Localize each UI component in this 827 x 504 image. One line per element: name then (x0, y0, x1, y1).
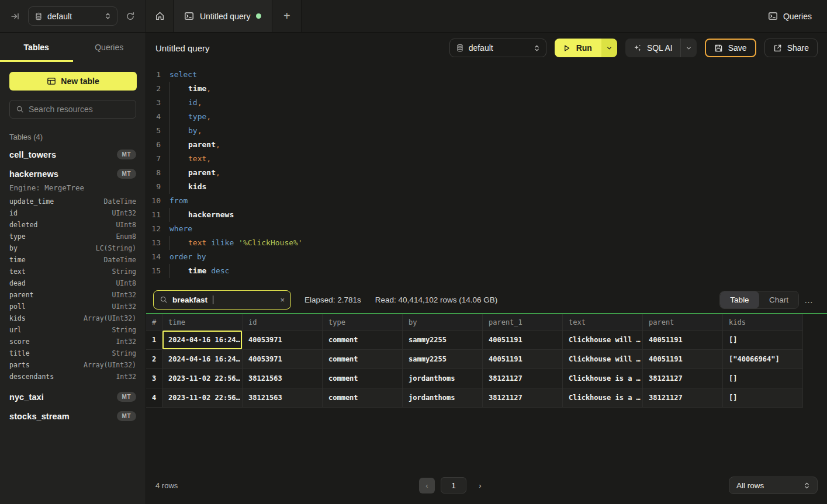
column-row[interactable]: parentUInt32 (9, 289, 136, 301)
column-row[interactable]: titleString (9, 347, 136, 359)
view-toggle-table[interactable]: Table (720, 291, 759, 308)
table-cell[interactable]: sammy2255 (403, 350, 483, 369)
column-header-num[interactable]: # (146, 314, 162, 331)
table-cell[interactable]: comment (323, 331, 403, 350)
code-line[interactable]: 11hackernews (146, 208, 827, 222)
sidebar-table-item-cell_towers[interactable]: cell_towersMT (9, 145, 136, 164)
results-more-button[interactable]: … (800, 295, 818, 305)
sidebar-table-item-stocks_stream[interactable]: stocks_streamMT (9, 406, 136, 426)
table-cell[interactable]: 40051191 (483, 350, 563, 369)
table-cell[interactable]: [] (723, 388, 803, 408)
database-selector-main[interactable]: default (449, 39, 546, 57)
table-cell[interactable]: 38121127 (643, 388, 723, 408)
code-line[interactable]: 14order by (146, 250, 827, 264)
table-cell[interactable]: 40051191 (483, 331, 563, 350)
prev-page-button[interactable]: ‹ (419, 478, 435, 493)
queries-top-button[interactable]: Queries (768, 0, 812, 32)
code-line[interactable]: 12where (146, 222, 827, 236)
database-selector-sidebar[interactable]: default (28, 6, 117, 26)
column-row[interactable]: update_timeDateTime (9, 196, 136, 207)
table-cell[interactable]: comment (323, 388, 403, 408)
table-cell[interactable]: comment (323, 369, 403, 388)
sidebar-tab-tables[interactable]: Tables (0, 33, 73, 62)
sql-ai-options-button[interactable] (681, 39, 697, 57)
tab-untitled-query[interactable]: Untitled query (174, 0, 272, 32)
table-cell[interactable]: 40051191 (643, 350, 723, 369)
sql-editor[interactable]: 1select2time,3id,4type,5by,6parent,7text… (146, 65, 827, 283)
run-options-button[interactable] (601, 39, 617, 57)
new-table-button[interactable]: New table (9, 72, 137, 91)
column-row[interactable]: typeEnum8 (9, 231, 136, 242)
home-tab[interactable] (146, 0, 174, 32)
table-cell[interactable]: 38121127 (643, 369, 723, 388)
sidebar-table-item-hackernews[interactable]: hackernewsMT (9, 164, 136, 183)
table-cell[interactable]: ["40066964"] (723, 350, 803, 369)
share-button[interactable]: Share (764, 39, 818, 57)
column-header-kids[interactable]: kids (723, 314, 803, 331)
table-cell[interactable]: Clickhouse is a … (563, 388, 643, 408)
selected-cell[interactable]: 2024-04-16 16:24… (162, 331, 243, 350)
run-button[interactable]: Run (555, 39, 601, 57)
clear-search-button[interactable]: × (280, 296, 285, 304)
resource-search-input[interactable] (29, 105, 134, 114)
page-size-selector[interactable]: All rows (729, 477, 818, 494)
table-cell[interactable]: 2023-11-02 22:56… (162, 369, 243, 388)
table-cell[interactable]: [] (723, 331, 803, 350)
column-row[interactable]: kidsArray(UInt32) (9, 312, 136, 324)
new-tab-button[interactable]: + (272, 0, 302, 32)
table-cell[interactable]: [] (723, 369, 803, 388)
table-cell[interactable]: Clickhouse is a … (563, 369, 643, 388)
code-line[interactable]: 4type, (146, 110, 827, 124)
column-row[interactable]: partsArray(UInt32) (9, 359, 136, 371)
code-line[interactable]: 10from (146, 194, 827, 208)
sidebar-table-item-nyc_taxi[interactable]: nyc_taxiMT (9, 387, 136, 406)
column-row[interactable]: textString (9, 266, 136, 277)
column-row[interactable]: descendantsInt32 (9, 371, 136, 383)
results-search[interactable]: breakfast × (153, 290, 291, 310)
column-header-id[interactable]: id (243, 314, 323, 331)
code-line[interactable]: 13text ilike '%ClickHouse%' (146, 236, 827, 250)
column-header-time[interactable]: time (162, 314, 243, 331)
code-line[interactable]: 1select (146, 68, 827, 82)
column-row[interactable]: timeDateTime (9, 254, 136, 266)
collapse-sidebar-button[interactable] (8, 9, 22, 23)
table-cell[interactable]: 38121563 (243, 369, 323, 388)
code-line[interactable]: 7text, (146, 152, 827, 166)
column-row[interactable]: deletedUInt8 (9, 219, 136, 231)
table-cell[interactable]: 40053971 (243, 331, 323, 350)
code-line[interactable]: 8parent, (146, 166, 827, 180)
view-toggle-chart[interactable]: Chart (759, 291, 798, 308)
table-cell[interactable]: 40053971 (243, 350, 323, 369)
sql-ai-button[interactable]: SQL AI (625, 39, 681, 57)
column-header-parent[interactable]: parent (643, 314, 723, 331)
table-cell[interactable]: jordanthoms (403, 369, 483, 388)
table-cell[interactable]: 2023-11-02 22:56… (162, 388, 243, 408)
table-cell[interactable]: Clickhouse will … (563, 331, 643, 350)
refresh-button[interactable] (123, 9, 137, 23)
column-row[interactable]: pollUInt32 (9, 301, 136, 312)
code-line[interactable]: 2time, (146, 82, 827, 96)
sidebar-tab-queries[interactable]: Queries (73, 33, 146, 62)
table-cell[interactable]: comment (323, 350, 403, 369)
table-cell[interactable]: 38121127 (483, 369, 563, 388)
code-line[interactable]: 9kids (146, 180, 827, 194)
column-header-by[interactable]: by (403, 314, 483, 331)
code-line[interactable]: 15time desc (146, 264, 827, 278)
column-header-type[interactable]: type (323, 314, 403, 331)
table-cell[interactable]: sammy2255 (403, 331, 483, 350)
resource-search[interactable] (9, 100, 136, 119)
code-line[interactable]: 3id, (146, 96, 827, 110)
table-cell[interactable]: 40051191 (643, 331, 723, 350)
table-cell[interactable]: Clickhouse will … (563, 350, 643, 369)
table-cell[interactable]: 38121127 (483, 388, 563, 408)
next-page-button[interactable]: › (472, 478, 488, 493)
table-cell[interactable]: 2024-04-16 16:24… (162, 350, 243, 369)
column-row[interactable]: scoreInt32 (9, 336, 136, 347)
code-line[interactable]: 5by, (146, 124, 827, 138)
column-row[interactable]: idUInt32 (9, 207, 136, 219)
column-row[interactable]: deadUInt8 (9, 277, 136, 289)
column-header-text[interactable]: text (563, 314, 643, 331)
code-line[interactable]: 6parent, (146, 138, 827, 152)
table-cell[interactable]: jordanthoms (403, 388, 483, 408)
table-cell[interactable]: 38121563 (243, 388, 323, 408)
